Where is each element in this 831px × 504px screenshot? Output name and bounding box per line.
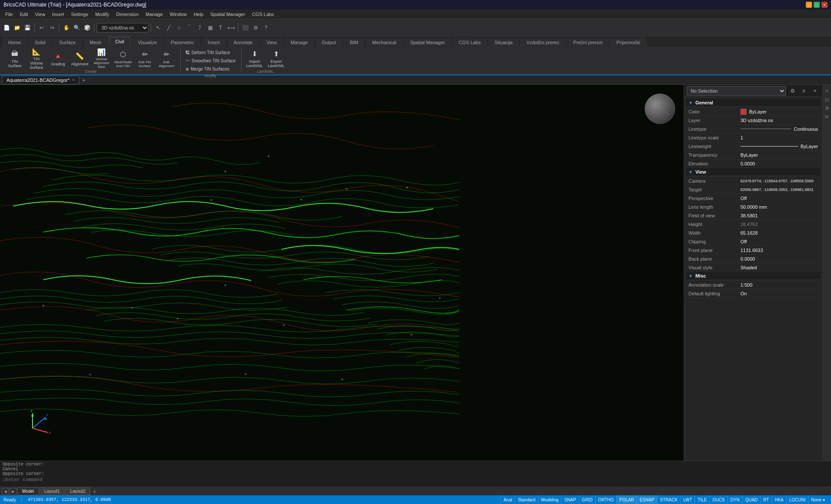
- tab-output[interactable]: Output: [315, 38, 342, 47]
- color-value[interactable]: ByLayer: [738, 109, 821, 115]
- status-modeling[interactable]: Modeling: [538, 495, 562, 504]
- status-hka[interactable]: HKA: [772, 495, 786, 504]
- elevation-value[interactable]: 0.0000: [738, 161, 821, 166]
- menu-dimension[interactable]: Dimension: [113, 11, 142, 18]
- transparency-value[interactable]: ByLayer: [738, 152, 821, 158]
- maximize-button[interactable]: □: [814, 2, 820, 8]
- btn-edit-align[interactable]: ✏ Edit Alignment: [156, 48, 177, 68]
- viewport[interactable]: Z X Y: [0, 85, 684, 461]
- tab-mechanical[interactable]: Mechanical: [366, 38, 403, 47]
- toolbar-text[interactable]: T: [216, 23, 225, 32]
- status-strack[interactable]: STRACK: [657, 495, 680, 504]
- menu-window[interactable]: Window: [166, 11, 190, 18]
- toolbar-properties[interactable]: ⚙: [251, 23, 260, 32]
- toolbar-dim[interactable]: ⟷: [226, 23, 236, 32]
- toolbar-redo[interactable]: ↪: [47, 23, 57, 32]
- layout-nav-next[interactable]: ▶: [10, 488, 16, 495]
- btn-import-landxml[interactable]: ⬇ Import LandXML: [244, 48, 265, 68]
- tab-insert[interactable]: Insert: [201, 38, 226, 47]
- btn-tin-volume[interactable]: 📐 TIN Volume Surface: [26, 48, 47, 68]
- close-button[interactable]: ×: [821, 2, 828, 8]
- btn-merge-tin[interactable]: ⊕ Merge TIN Surfaces: [183, 65, 238, 73]
- status-snap[interactable]: SNAP: [561, 495, 578, 504]
- layout-nav-prev[interactable]: ◀: [2, 488, 9, 495]
- toolbar-layer[interactable]: ⬛: [240, 23, 250, 32]
- status-ducs[interactable]: DUCS: [709, 495, 727, 504]
- toolbar-arc[interactable]: ⌒: [185, 23, 194, 32]
- status-quad[interactable]: QUAD: [742, 495, 760, 504]
- new-tab-button[interactable]: +: [79, 76, 88, 84]
- doc-tab-aquaterra[interactable]: Aquaterra2021-BCADGregor* ×: [2, 76, 79, 84]
- lens-length-value[interactable]: 50.0000 mm: [738, 204, 821, 210]
- status-rt[interactable]: RT: [760, 495, 772, 504]
- tab-spatial[interactable]: Spatial Manager: [404, 38, 451, 47]
- linetype-scale-value[interactable]: 1: [738, 135, 821, 140]
- toolbar-line[interactable]: ╱: [164, 23, 173, 32]
- side-btn-4[interactable]: fx: [823, 113, 831, 120]
- status-anal[interactable]: Anal: [500, 495, 515, 504]
- toolbar-undo[interactable]: ↩: [37, 23, 46, 32]
- toolbar-3d[interactable]: 🎲: [82, 23, 92, 32]
- panel-close-button[interactable]: ×: [810, 86, 820, 96]
- btn-smoothen-tin[interactable]: 〰 Smoothen TIN Surface: [183, 57, 238, 65]
- tab-visualize[interactable]: Visualize: [131, 38, 163, 47]
- toolbar-save[interactable]: 💾: [23, 23, 32, 32]
- layout-add-button[interactable]: +: [91, 488, 98, 495]
- menu-cgs[interactable]: CGS Labs: [249, 11, 278, 18]
- doc-tab-close[interactable]: ×: [72, 78, 75, 82]
- width-value[interactable]: 65.1628: [738, 230, 821, 236]
- tab-solid[interactable]: Solid: [28, 38, 52, 47]
- target-value[interactable]: 62056.9867, -118608.3353, -108981.8831: [738, 187, 821, 192]
- tab-cgs[interactable]: CGS Labs: [452, 38, 487, 47]
- fov-value[interactable]: 38.5801: [738, 213, 821, 218]
- front-plane-value[interactable]: 1131.6633: [738, 248, 821, 253]
- command-input[interactable]: [6, 477, 828, 482]
- side-btn-3[interactable]: ⊞: [823, 104, 831, 112]
- tab-situacija[interactable]: Situacija: [488, 38, 519, 47]
- visual-style-value[interactable]: Shaded: [738, 265, 821, 270]
- layout-tab-2[interactable]: Layout2: [65, 488, 91, 495]
- btn-deform-tin[interactable]: 🏗 Deform TIN Surface: [183, 48, 238, 56]
- panel-settings-button[interactable]: ⚙: [788, 86, 797, 96]
- toolbar-circle[interactable]: ○: [174, 23, 184, 32]
- tab-vzdolzni[interactable]: Vzdolžni prerez: [520, 38, 566, 47]
- btn-edit-tin[interactable]: ✏ Edit TIN Surface: [134, 48, 155, 68]
- status-grid[interactable]: GRID: [579, 495, 595, 504]
- toolbar-polyline[interactable]: ⤴: [195, 23, 205, 32]
- general-section-header[interactable]: ▼ General: [686, 99, 821, 107]
- menu-edit[interactable]: Edit: [16, 11, 32, 18]
- btn-alignment[interactable]: 📏 Alignment: [69, 48, 90, 68]
- menu-file[interactable]: File: [2, 11, 16, 18]
- status-dyn[interactable]: DYN: [727, 495, 742, 504]
- back-plane-value[interactable]: 0.0000: [738, 256, 821, 262]
- tab-pripomocki[interactable]: Pripomočki: [610, 38, 646, 47]
- linetype-value[interactable]: Continuous: [738, 126, 821, 132]
- toolbar-zoom[interactable]: 🔍: [72, 23, 81, 32]
- tab-precni[interactable]: Prečni prerezi: [567, 38, 609, 47]
- view-section-header[interactable]: ▼ View: [686, 168, 821, 176]
- status-esnap[interactable]: ESNAP: [636, 495, 657, 504]
- tab-mesh[interactable]: Mesh: [83, 38, 108, 47]
- misc-section-header[interactable]: ▼ Misc: [686, 272, 821, 280]
- status-tile[interactable]: TILE: [695, 495, 709, 504]
- btn-grading[interactable]: 🔺 Grading: [48, 48, 68, 68]
- camera-value[interactable]: 62478.8774, -119544.6767, -108506.5569: [738, 179, 821, 183]
- clipping-value[interactable]: Off: [738, 239, 821, 244]
- tab-parametric[interactable]: Parametric: [164, 38, 200, 47]
- perspective-value[interactable]: Off: [738, 196, 821, 201]
- toolbar-new[interactable]: 📄: [2, 23, 11, 32]
- toolbar-open[interactable]: 📁: [12, 23, 22, 32]
- toolbar-hatch[interactable]: ▦: [205, 23, 215, 32]
- panel-selector[interactable]: No Selection: [687, 86, 786, 96]
- annotation-scale-value[interactable]: 1:500: [738, 282, 821, 288]
- menu-help[interactable]: Help: [190, 11, 207, 18]
- layer-value[interactable]: 3D vzdolžna os: [738, 118, 821, 123]
- status-ortho[interactable]: ORTHO: [595, 495, 617, 504]
- btn-tin-surface[interactable]: 🏔 TIN Surface: [4, 48, 25, 68]
- tab-view[interactable]: View: [260, 38, 283, 47]
- menu-insert[interactable]: Insert: [49, 11, 68, 18]
- btn-mesh-solid[interactable]: ⬡ Mesh/Solid from TIN: [113, 48, 133, 68]
- menu-spatial[interactable]: Spatial Manager: [207, 11, 249, 18]
- menu-settings[interactable]: Settings: [68, 11, 92, 18]
- height-value[interactable]: 28.4763: [738, 222, 821, 227]
